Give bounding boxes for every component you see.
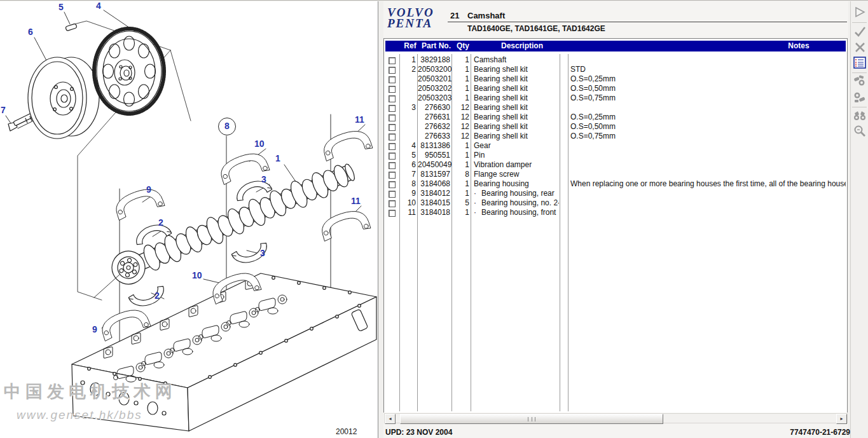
diagram-callout-3[interactable]: 3: [261, 175, 266, 184]
table-row[interactable]: 205032031Bearing shell kitO.S=0,75mm: [384, 93, 847, 103]
diagram-callout-9[interactable]: 9: [92, 325, 97, 334]
table-row[interactable]: 831840681Bearing housingWhen replacing o…: [384, 179, 847, 189]
table-row[interactable]: 27663112Bearing shell kitO.S=0,25mm: [384, 113, 847, 122]
cell-note: O.S=0,75mm: [570, 132, 846, 141]
row-checkbox[interactable]: [389, 153, 396, 160]
cell-part-no: 3184015: [418, 198, 450, 208]
bullet-icon: ·: [474, 189, 481, 198]
toolbar-separator: [852, 107, 867, 107]
page-title: Camshaft: [467, 11, 505, 20]
cell-part-no: 276630: [418, 103, 450, 113]
table-row[interactable]: 205032021Bearing shell kitO.S=0,50mm: [384, 84, 847, 93]
diagram-panel: 54678921031111131029 20012 中国发电机技术网 www.…: [0, 1, 378, 438]
cell-qty: 8: [452, 170, 469, 179]
table-row[interactable]: 781315978Flange screw: [384, 170, 847, 179]
row-checkbox[interactable]: [389, 200, 396, 207]
watermark-url: www.genset.hk/bbs: [17, 408, 142, 422]
cell-note: STD: [570, 65, 846, 74]
table-row[interactable]: 327663012Bearing shell kit: [384, 103, 847, 113]
vertical-toolbar: [850, 1, 868, 438]
watermark-text: 中国发电机技术网: [4, 380, 177, 403]
parts-list-button[interactable]: [853, 56, 867, 70]
row-checkbox[interactable]: [389, 124, 396, 131]
cell-description: Bearing shell kit: [474, 84, 559, 93]
cell-note: O.S=0,25mm: [570, 74, 846, 84]
diagram-callout-4[interactable]: 4: [96, 1, 101, 10]
diagram-callout-8[interactable]: 8: [218, 118, 236, 135]
row-checkbox[interactable]: [389, 181, 396, 188]
table-row[interactable]: 931840121·Bearing housing, rear: [384, 189, 847, 198]
diagram-callout-3[interactable]: 3: [260, 249, 265, 257]
cell-description: Bearing shell kit: [474, 74, 559, 84]
table-row[interactable]: 27663312Bearing shell kitO.S=0,75mm: [384, 132, 847, 141]
table-row[interactable]: 27663212Bearing shell kitO.S=0,50mm: [384, 122, 847, 132]
scroll-right-button[interactable]: ▸: [836, 414, 847, 424]
table-row[interactable]: 59505511Pin: [384, 151, 847, 160]
cell-part-no: 950551: [418, 151, 450, 160]
cell-ref: 5: [400, 151, 416, 160]
row-checkbox[interactable]: [389, 162, 396, 169]
toolbar-separator: [852, 22, 867, 23]
cell-qty: 12: [452, 113, 469, 122]
row-checkbox[interactable]: [389, 76, 396, 83]
diagram-callout-6[interactable]: 6: [28, 27, 33, 36]
cell-qty: 5: [452, 198, 469, 208]
cell-ref: 2: [400, 65, 416, 74]
diagram-callout-9[interactable]: 9: [146, 185, 151, 194]
row-checkbox[interactable]: [389, 95, 396, 102]
cell-ref: 7: [400, 170, 416, 179]
cell-ref: 10: [400, 198, 416, 208]
table-row[interactable]: 205032011Bearing shell kitO.S=0,25mm: [384, 74, 847, 84]
horizontal-scrollbar[interactable]: ◂ ▸: [384, 413, 848, 423]
pin-drawing: [65, 24, 77, 31]
spare-part-button[interactable]: [853, 90, 867, 104]
table-row[interactable]: 481313861Gear: [384, 141, 847, 151]
find-button[interactable]: [853, 109, 867, 123]
diagram-callout-7[interactable]: 7: [1, 106, 6, 114]
row-checkbox[interactable]: [389, 67, 396, 74]
cell-description: Bearing shell kit: [474, 93, 559, 103]
cell-description: ·Bearing housing, rear: [474, 189, 559, 198]
table-row[interactable]: 2205032001Bearing shell kitSTD: [384, 65, 847, 74]
replace-part-button[interactable]: [853, 74, 867, 88]
table-row[interactable]: 1131840181·Bearing housing, front: [384, 208, 847, 217]
logo-line2: PENTA: [387, 18, 434, 29]
cell-part-no: 8131597: [418, 170, 450, 179]
table-row[interactable]: 1031840155·Bearing housing, no. 2-6: [384, 198, 847, 208]
cell-part-no: 8131386: [418, 141, 450, 151]
diagram-callout-10[interactable]: 10: [254, 139, 265, 148]
row-checkbox[interactable]: [389, 86, 396, 93]
diagram-callout-1[interactable]: 1: [275, 154, 280, 163]
scrollbar-thumb[interactable]: [400, 414, 663, 424]
diagram-callout-11[interactable]: 11: [351, 196, 361, 205]
table-row[interactable]: 138291881Camshaft: [384, 55, 847, 65]
row-checkbox[interactable]: [389, 143, 396, 150]
row-checkbox[interactable]: [389, 105, 396, 112]
cell-qty: 1: [452, 65, 469, 74]
cell-ref: 4: [400, 141, 416, 151]
diagram-callout-5[interactable]: 5: [59, 3, 64, 11]
cancel-button[interactable]: [853, 40, 867, 54]
diagram-callout-2[interactable]: 2: [158, 218, 163, 227]
table-row[interactable]: 6204500491Vibration damper: [384, 160, 847, 170]
scroll-left-button[interactable]: ◂: [385, 414, 396, 424]
row-checkbox[interactable]: [389, 57, 396, 64]
cell-ref: 3: [400, 103, 416, 113]
cell-ref: 1: [400, 55, 416, 65]
diagram-callout-10[interactable]: 10: [192, 271, 202, 280]
row-checkbox[interactable]: [389, 191, 396, 198]
cell-description: Gear: [474, 141, 559, 151]
diagram-callout-11[interactable]: 11: [355, 115, 364, 124]
row-checkbox[interactable]: [389, 172, 396, 179]
table-header-row: Ref Part No. Qty Description Notes: [385, 41, 846, 51]
cell-qty: 12: [452, 103, 469, 113]
forward-button[interactable]: [853, 5, 867, 19]
column-header-notes: Notes: [741, 41, 856, 50]
row-checkbox[interactable]: [389, 114, 396, 121]
diagram-callout-2[interactable]: 2: [155, 291, 160, 300]
title-rule: [448, 22, 847, 22]
row-checkbox[interactable]: [389, 210, 396, 217]
confirm-button[interactable]: [853, 25, 867, 39]
zoom-button[interactable]: [853, 125, 867, 139]
row-checkbox[interactable]: [389, 133, 396, 140]
